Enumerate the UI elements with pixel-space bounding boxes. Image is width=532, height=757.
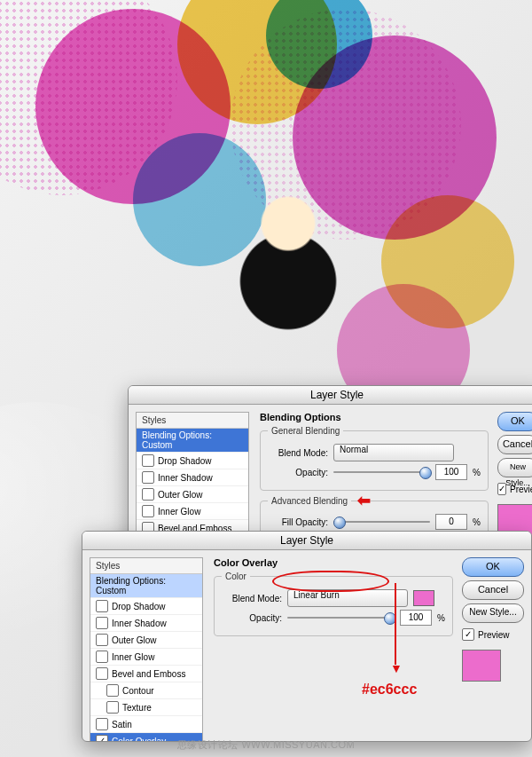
button-column: OK Cancel New Style... Preview: [497, 405, 532, 536]
opacity-label: Opacity:: [222, 613, 282, 623]
preview-swatch: [462, 650, 501, 682]
preview-checkbox[interactable]: [462, 628, 474, 641]
sidebar-item-contour[interactable]: Contour: [90, 682, 202, 699]
dialog-title: Layer Style: [129, 386, 532, 405]
panel-title: Blending Options: [260, 412, 489, 422]
ok-button[interactable]: OK: [497, 412, 532, 431]
blend-mode-label: Blend Mode:: [268, 448, 328, 458]
styles-sidebar: Styles Blending Options: Custom Drop Sha…: [90, 557, 203, 742]
sidebar-item-inner-glow[interactable]: Inner Glow: [137, 503, 248, 520]
sidebar-item-bevel-emboss[interactable]: Bevel and Emboss: [90, 666, 202, 682]
color-overlay-panel: Color Overlay Color Blend Mode: Linear B…: [210, 550, 462, 649]
fill-opacity-label: Fill Opacity:: [268, 517, 328, 527]
blend-mode-select[interactable]: Normal: [333, 444, 454, 461]
panel-title: Color Overlay: [214, 557, 453, 568]
color-group: Color Blend Mode: Linear Burn Opacity: 1…: [214, 572, 453, 636]
opacity-slider[interactable]: [333, 466, 430, 478]
opacity-slider[interactable]: [287, 611, 395, 624]
layer-style-dialog-bottom: Layer Style Styles Blending Options: Cus…: [82, 531, 532, 742]
opacity-label: Opacity:: [268, 468, 328, 477]
sidebar-blending-options[interactable]: Blending Options: Custom: [137, 429, 248, 453]
sidebar-header: Styles: [137, 413, 248, 429]
sidebar-item-inner-glow[interactable]: Inner Glow: [90, 649, 202, 666]
fill-opacity-slider[interactable]: [333, 516, 430, 528]
watermark-text: 思缘设计论坛 WWW.MISSYUAN.COM: [0, 738, 532, 752]
sidebar-item-inner-shadow[interactable]: Inner Shadow: [90, 615, 202, 632]
new-style-button[interactable]: New Style...: [497, 458, 532, 477]
sidebar-item-outer-glow[interactable]: Outer Glow: [90, 632, 202, 649]
sidebar-blending-options[interactable]: Blending Options: Custom: [90, 574, 202, 598]
new-style-button[interactable]: New Style...: [462, 603, 524, 623]
rocker-figure: [177, 177, 399, 408]
sidebar-item-outer-glow[interactable]: Outer Glow: [137, 486, 248, 503]
sidebar-item-texture[interactable]: Texture: [90, 699, 202, 716]
blend-mode-select[interactable]: Linear Burn: [287, 589, 408, 607]
dialog-title: Layer Style: [82, 532, 531, 550]
annotation-line: [395, 583, 396, 665]
annotation-arrowhead-icon: ▼: [390, 661, 403, 675]
cancel-button[interactable]: Cancel: [497, 435, 532, 454]
sidebar-item-satin[interactable]: Satin: [90, 716, 202, 733]
sidebar-item-inner-shadow[interactable]: Inner Shadow: [137, 469, 248, 486]
sidebar-header: Styles: [90, 558, 202, 574]
ok-button[interactable]: OK: [462, 557, 524, 577]
cancel-button[interactable]: Cancel: [462, 580, 524, 600]
blend-mode-label: Blend Mode:: [222, 594, 282, 603]
overlay-color-swatch[interactable]: [413, 590, 434, 606]
preview-checkbox[interactable]: [497, 483, 506, 495]
general-blending-group: General Blending Blend Mode: Normal Opac…: [260, 426, 489, 491]
sidebar-item-drop-shadow[interactable]: Drop Shadow: [137, 453, 248, 469]
opacity-input[interactable]: 100: [435, 464, 467, 480]
sidebar-item-drop-shadow[interactable]: Drop Shadow: [90, 598, 202, 615]
annotation-hex: #ec6ccc: [362, 682, 417, 698]
annotation-arrow-icon: ⬅: [357, 491, 371, 510]
fill-opacity-input[interactable]: 0: [435, 514, 467, 530]
opacity-input[interactable]: 100: [400, 610, 432, 626]
button-column: OK Cancel New Style... Preview: [462, 550, 531, 682]
